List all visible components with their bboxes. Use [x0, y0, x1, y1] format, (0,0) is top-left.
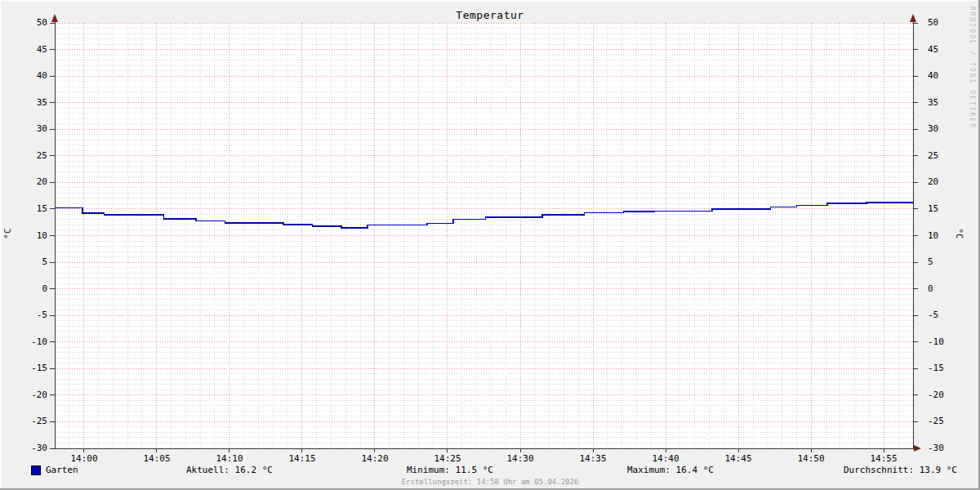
x-axis-tick-label: 14:50: [786, 453, 835, 464]
rrdtool-graph: Temperatur °C °C RRDTOOL / TOBI OETIKER …: [0, 0, 980, 490]
y-axis-tick-label: -10: [0, 336, 47, 347]
y-axis-tick-label: -25: [0, 416, 47, 426]
y-axis-tick-label: -25: [928, 416, 960, 426]
stat-aktuell: Aktuell: 16.2 °C: [186, 465, 273, 475]
x-axis-tick-label: 14:25: [423, 453, 472, 464]
y-axis-tick-label: 50: [928, 17, 960, 28]
y-axis-tick-label: -15: [0, 363, 47, 373]
y-axis-tick-label: 20: [0, 176, 47, 187]
chart-title: Temperatur: [0, 9, 980, 21]
y-axis-tick-label: -30: [928, 443, 960, 453]
y-axis-tick-label: -20: [928, 390, 960, 400]
y-axis-tick-label: 5: [0, 256, 47, 267]
y-axis-tick-label: 30: [928, 123, 960, 134]
y-axis-tick-label: 45: [928, 44, 960, 55]
x-axis-tick-label: 14:40: [641, 453, 690, 464]
stat-maximum: Maximum: 16.4 °C: [627, 465, 714, 475]
y-axis-tick-label: 15: [0, 203, 47, 214]
y-axis-tick-label: 25: [0, 150, 47, 161]
x-axis-tick-label: 14:00: [60, 453, 109, 464]
y-axis-tick-label: 45: [0, 44, 47, 55]
y-axis-tick-label: -5: [928, 310, 960, 320]
stat-durchschnitt: Durchschnitt: 13.9 °C: [844, 465, 957, 475]
creation-timestamp: Erstellungszeit: 14:58 Uhr am 05.04.2026: [0, 478, 980, 486]
y-axis-tick-label: -20: [0, 390, 47, 400]
stat-minimum: Minimum: 11.5 °C: [407, 465, 493, 475]
rrdtool-watermark: RRDTOOL / TOBI OETIKER: [969, 7, 976, 129]
x-axis-tick-label: 14:05: [132, 453, 181, 464]
x-axis-tick-label: 14:10: [205, 453, 254, 464]
y-axis-tick-label: 5: [928, 256, 960, 267]
y-axis-tick-label: 0: [928, 283, 960, 294]
x-axis-tick-label: 14:15: [278, 453, 327, 464]
x-axis-tick-label: 14:55: [859, 453, 908, 464]
y-axis-tick-label: -15: [928, 363, 960, 373]
y-axis-tick-label: 0: [0, 283, 47, 294]
y-axis-tick-label: 10: [928, 230, 960, 241]
y-axis-tick-label: 35: [928, 97, 960, 108]
legend-color-swatch: [31, 466, 41, 475]
x-axis-tick-label: 14:35: [568, 453, 617, 464]
legend-series-label: Garten: [46, 465, 78, 475]
chart-plot-area: [0, 0, 980, 490]
y-axis-tick-label: 40: [928, 70, 960, 81]
y-axis-tick-label: 30: [0, 123, 47, 134]
y-axis-tick-label: 25: [928, 150, 960, 161]
y-axis-tick-label: 35: [0, 97, 47, 108]
x-axis-tick-label: 14:45: [714, 453, 763, 464]
y-axis-tick-label: -10: [928, 336, 960, 347]
y-axis-tick-label: 15: [928, 203, 960, 214]
y-axis-tick-label: 50: [0, 17, 47, 28]
x-axis-tick-label: 14:20: [350, 453, 399, 464]
y-axis-tick-label: 20: [928, 176, 960, 187]
y-axis-tick-label: 10: [0, 230, 47, 241]
y-axis-tick-label: -5: [0, 310, 47, 320]
y-axis-tick-label: -30: [0, 443, 47, 453]
x-axis-tick-label: 14:30: [496, 453, 545, 464]
y-axis-tick-label: 40: [0, 70, 47, 81]
